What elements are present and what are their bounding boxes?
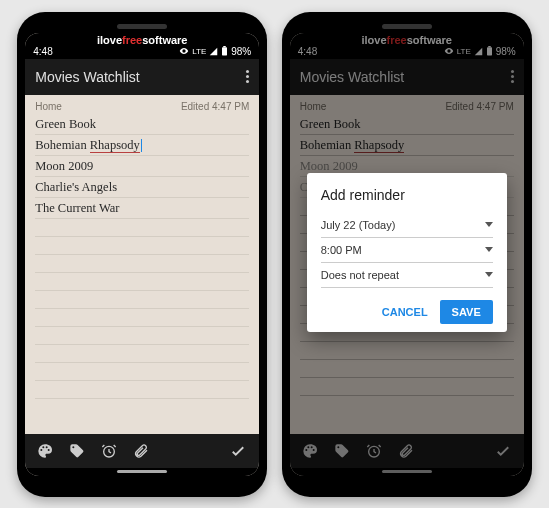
clock: 4:48 [33,46,52,57]
home-indicator [25,468,259,476]
note-body[interactable]: Green Book Bohemian Rhapsody Moon 2009 C… [25,114,259,434]
svg-rect-1 [223,46,226,47]
phone-right: ilovefreesoftware 4:48 LTE 98% Movies Wa… [282,12,532,497]
add-reminder-dialog: Add reminder July 22 (Today) 8:00 PM Doe… [307,173,507,332]
note-meta: Home Edited 4:47 PM [25,95,259,114]
note-line[interactable]: Moon 2009 [35,156,249,177]
text-cursor [141,139,143,152]
status-icons: LTE 98% [179,46,251,57]
speaker [117,24,167,29]
tag-icon[interactable] [69,443,85,459]
date-field[interactable]: July 22 (Today) [321,213,493,238]
edited-label: Edited 4:47 PM [181,101,249,112]
page-title: Movies Watchlist [35,69,140,85]
note-line[interactable]: Bohemian Rhapsody [35,135,249,156]
note-line[interactable]: The Current War [35,198,249,219]
palette-icon[interactable] [37,443,53,459]
app-bar: Movies Watchlist [25,59,259,95]
dialog-title: Add reminder [321,187,493,203]
time-field[interactable]: 8:00 PM [321,238,493,263]
eye-icon [179,46,189,56]
attachment-icon[interactable] [133,443,149,459]
repeat-field[interactable]: Does not repeat [321,263,493,288]
more-icon[interactable] [246,70,249,83]
check-icon[interactable] [229,442,247,460]
network-label: LTE [192,47,206,56]
category-label: Home [35,101,62,112]
alarm-icon[interactable] [101,443,117,459]
save-button[interactable]: SAVE [440,300,493,324]
chevron-down-icon [485,247,493,252]
chevron-down-icon [485,272,493,277]
svg-rect-0 [222,47,227,55]
screen-right: ilovefreesoftware 4:48 LTE 98% Movies Wa… [290,33,524,476]
battery-pct: 98% [231,46,251,57]
bottom-toolbar [25,434,259,468]
screen-left: ilovefreesoftware 4:48 LTE 98% Movies Wa… [25,33,259,476]
signal-icon [209,47,218,56]
battery-icon [221,46,228,56]
note-line[interactable]: Green Book [35,114,249,135]
speaker [382,24,432,29]
cancel-button[interactable]: CANCEL [378,300,432,324]
phone-left: ilovefreesoftware 4:48 LTE 98% Movies Wa… [17,12,267,497]
note-line[interactable]: Charlie's Angels [35,177,249,198]
dialog-scrim[interactable]: Add reminder July 22 (Today) 8:00 PM Doe… [290,33,524,476]
status-bar: 4:48 LTE 98% [25,33,259,59]
chevron-down-icon [485,222,493,227]
